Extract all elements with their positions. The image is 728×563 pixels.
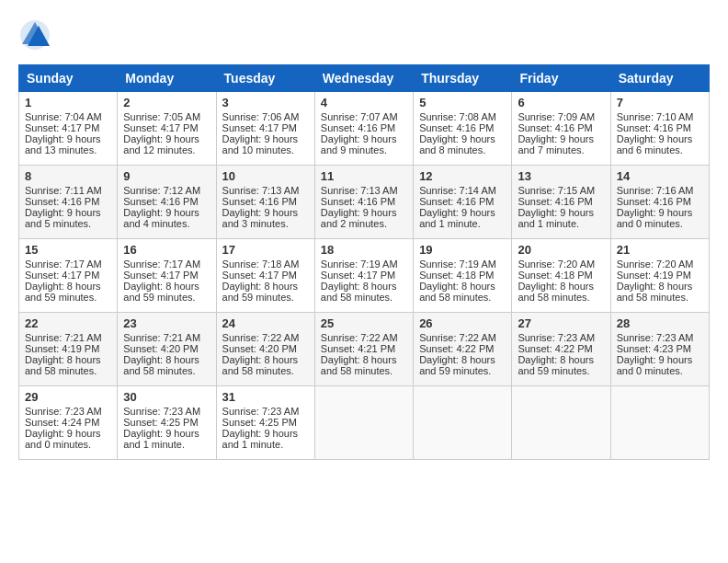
header-friday: Friday (512, 65, 610, 92)
calendar-cell: 23Sunrise: 7:21 AMSunset: 4:20 PMDayligh… (118, 313, 216, 386)
calendar-cell (512, 386, 610, 460)
calendar-cell: 4Sunrise: 7:07 AMSunset: 4:16 PMDaylight… (314, 92, 413, 166)
calendar-cell: 27Sunrise: 7:23 AMSunset: 4:22 PMDayligh… (512, 313, 610, 386)
calendar-row: 22Sunrise: 7:21 AMSunset: 4:19 PMDayligh… (19, 313, 710, 386)
calendar-cell (414, 386, 512, 460)
calendar-cell: 14Sunrise: 7:16 AMSunset: 4:16 PMDayligh… (610, 166, 709, 239)
calendar-cell (610, 386, 709, 460)
calendar-row: 29Sunrise: 7:23 AMSunset: 4:24 PMDayligh… (19, 386, 710, 460)
calendar-cell: 11Sunrise: 7:13 AMSunset: 4:16 PMDayligh… (314, 166, 413, 239)
calendar-cell: 1Sunrise: 7:04 AMSunset: 4:17 PMDaylight… (19, 92, 118, 166)
calendar-cell: 19Sunrise: 7:19 AMSunset: 4:18 PMDayligh… (414, 239, 512, 313)
calendar-cell: 30Sunrise: 7:23 AMSunset: 4:25 PMDayligh… (118, 386, 216, 460)
header-sunday: Sunday (19, 65, 118, 92)
calendar-cell: 31Sunrise: 7:23 AMSunset: 4:25 PMDayligh… (216, 386, 314, 460)
calendar-cell: 8Sunrise: 7:11 AMSunset: 4:16 PMDaylight… (19, 166, 118, 239)
calendar-cell: 26Sunrise: 7:22 AMSunset: 4:22 PMDayligh… (414, 313, 512, 386)
calendar-row: 8Sunrise: 7:11 AMSunset: 4:16 PMDaylight… (19, 166, 710, 239)
calendar-cell: 18Sunrise: 7:19 AMSunset: 4:17 PMDayligh… (314, 239, 413, 313)
calendar-cell: 29Sunrise: 7:23 AMSunset: 4:24 PMDayligh… (19, 386, 118, 460)
header-saturday: Saturday (610, 65, 709, 92)
calendar-row: 1Sunrise: 7:04 AMSunset: 4:17 PMDaylight… (19, 92, 710, 166)
header-monday: Monday (118, 65, 216, 92)
calendar-cell: 5Sunrise: 7:08 AMSunset: 4:16 PMDaylight… (414, 92, 512, 166)
calendar-cell: 17Sunrise: 7:18 AMSunset: 4:17 PMDayligh… (216, 239, 314, 313)
calendar-header-row: SundayMondayTuesdayWednesdayThursdayFrid… (19, 65, 710, 92)
calendar-cell: 7Sunrise: 7:10 AMSunset: 4:16 PMDaylight… (610, 92, 709, 166)
calendar-cell: 28Sunrise: 7:23 AMSunset: 4:23 PMDayligh… (610, 313, 709, 386)
calendar-cell: 13Sunrise: 7:15 AMSunset: 4:16 PMDayligh… (512, 166, 610, 239)
calendar-cell: 10Sunrise: 7:13 AMSunset: 4:16 PMDayligh… (216, 166, 314, 239)
calendar-cell: 9Sunrise: 7:12 AMSunset: 4:16 PMDaylight… (118, 166, 216, 239)
calendar-row: 15Sunrise: 7:17 AMSunset: 4:17 PMDayligh… (19, 239, 710, 313)
calendar-cell: 22Sunrise: 7:21 AMSunset: 4:19 PMDayligh… (19, 313, 118, 386)
calendar-cell: 3Sunrise: 7:06 AMSunset: 4:17 PMDaylight… (216, 92, 314, 166)
calendar-cell: 2Sunrise: 7:05 AMSunset: 4:17 PMDaylight… (118, 92, 216, 166)
calendar-cell: 6Sunrise: 7:09 AMSunset: 4:16 PMDaylight… (512, 92, 610, 166)
calendar-cell: 24Sunrise: 7:22 AMSunset: 4:20 PMDayligh… (216, 313, 314, 386)
calendar-cell: 20Sunrise: 7:20 AMSunset: 4:18 PMDayligh… (512, 239, 610, 313)
logo-icon (18, 18, 51, 52)
calendar-cell: 12Sunrise: 7:14 AMSunset: 4:16 PMDayligh… (414, 166, 512, 239)
header-tuesday: Tuesday (216, 65, 314, 92)
header-wednesday: Wednesday (314, 65, 413, 92)
calendar-table: SundayMondayTuesdayWednesdayThursdayFrid… (18, 64, 710, 460)
calendar-cell: 16Sunrise: 7:17 AMSunset: 4:17 PMDayligh… (118, 239, 216, 313)
logo (18, 18, 55, 55)
header-thursday: Thursday (414, 65, 512, 92)
calendar-cell: 25Sunrise: 7:22 AMSunset: 4:21 PMDayligh… (314, 313, 413, 386)
calendar-cell: 15Sunrise: 7:17 AMSunset: 4:17 PMDayligh… (19, 239, 118, 313)
calendar-cell (314, 386, 413, 460)
calendar-cell: 21Sunrise: 7:20 AMSunset: 4:19 PMDayligh… (610, 239, 709, 313)
page-header (18, 18, 710, 55)
